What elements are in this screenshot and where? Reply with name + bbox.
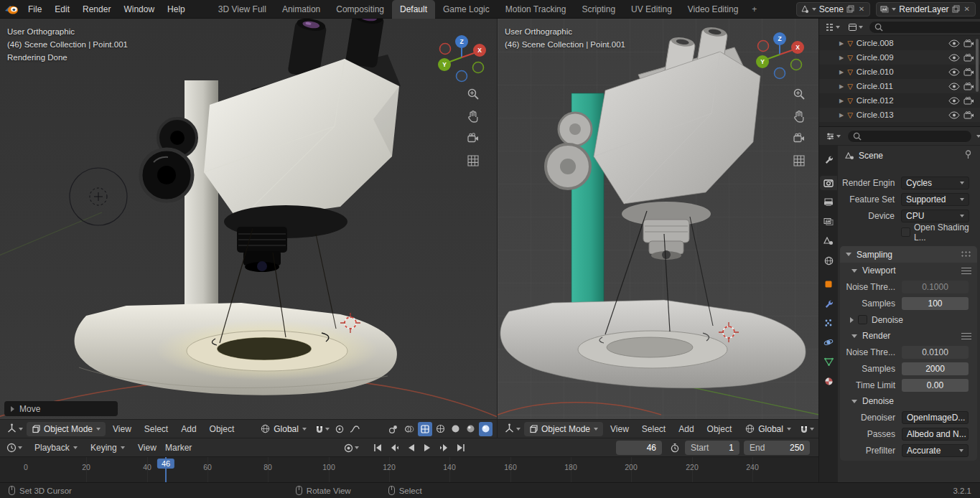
- transform-orientation-dropdown[interactable]: Global: [740, 422, 796, 436]
- particle-properties-tab[interactable]: [820, 316, 837, 330]
- modifier-properties-tab[interactable]: [820, 296, 837, 311]
- pan-hand-icon[interactable]: [467, 110, 480, 123]
- end-frame-field[interactable]: End250: [744, 441, 810, 455]
- menu-help[interactable]: Help: [161, 0, 192, 19]
- outliner-scrollbar[interactable]: [976, 39, 979, 92]
- blender-logo-icon[interactable]: [4, 3, 19, 16]
- jump-prev-keyframe-button[interactable]: [388, 441, 402, 455]
- timeline-editor-type-button[interactable]: [4, 441, 24, 455]
- preset-menu-icon[interactable]: [961, 333, 971, 339]
- filter-options-chevron[interactable]: [976, 135, 980, 138]
- zoom-icon[interactable]: [467, 88, 480, 100]
- editor-type-button[interactable]: [502, 422, 523, 436]
- viewport-3d-rendered[interactable]: User Orthographic (46) Scene Collection …: [0, 19, 497, 438]
- outliner-display-mode-button[interactable]: [846, 20, 865, 34]
- viewport-subpanel-header[interactable]: Viewport: [840, 263, 977, 278]
- add-workspace-button[interactable]: +: [746, 0, 762, 19]
- viewport-denoise-row[interactable]: Denoise: [840, 311, 977, 328]
- viewport-menu-add[interactable]: Add: [673, 424, 699, 434]
- tool-tab[interactable]: [820, 152, 837, 166]
- viewport-menu-object[interactable]: Object: [701, 424, 738, 434]
- physics-properties-tab[interactable]: [820, 335, 837, 349]
- gizmo-z[interactable]: Z: [778, 35, 781, 42]
- viewport-3d-solid[interactable]: User Orthographic (46) Scene Collection …: [497, 19, 818, 438]
- view-layer-properties-tab[interactable]: [820, 215, 837, 229]
- hide-eye-icon[interactable]: [948, 54, 960, 62]
- disable-render-camera-icon[interactable]: [963, 83, 974, 90]
- outliner-row-circle-009[interactable]: ▶▽ Circle.009: [819, 50, 980, 65]
- shading-wireframe-icon[interactable]: [434, 422, 447, 436]
- workspace-tab-uv-editing[interactable]: UV Editing: [623, 0, 680, 19]
- timeline-marker-menu[interactable]: Marker: [165, 441, 192, 455]
- prefilter-dropdown[interactable]: Accurate: [902, 444, 969, 457]
- object-properties-tab[interactable]: [820, 277, 837, 291]
- breadcrumb-scene[interactable]: Scene: [859, 151, 883, 161]
- pan-hand-icon[interactable]: [793, 110, 806, 123]
- shading-material-icon[interactable]: [464, 422, 477, 436]
- shading-solid-icon[interactable]: [449, 422, 462, 436]
- render-noise-threshold-field[interactable]: 0.0100: [902, 346, 969, 359]
- denoiser-dropdown[interactable]: OpenImageD...: [902, 411, 969, 424]
- expand-icon[interactable]: ▶: [839, 98, 844, 104]
- current-frame-field[interactable]: 46: [616, 441, 662, 455]
- transform-orientation-dropdown[interactable]: Global: [256, 422, 312, 436]
- menu-file[interactable]: File: [22, 0, 48, 19]
- properties-search-input[interactable]: [864, 132, 966, 141]
- render-engine-dropdown[interactable]: Cycles: [901, 177, 969, 189]
- viewport-menu-add[interactable]: Add: [175, 424, 202, 434]
- operator-panel[interactable]: Move: [4, 401, 118, 416]
- workspace-tab-scripting[interactable]: Scripting: [574, 0, 623, 19]
- viewport-menu-select[interactable]: Select: [139, 424, 174, 434]
- viewport-menu-view[interactable]: View: [605, 424, 635, 434]
- panel-grip-icon[interactable]: [961, 250, 971, 258]
- navigation-gizmo[interactable]: Z Y X: [753, 30, 805, 82]
- viewport-menu-view[interactable]: View: [107, 424, 137, 434]
- gizmo-y[interactable]: Y: [442, 61, 447, 68]
- gizmo-x[interactable]: X: [477, 47, 482, 54]
- outliner-row-circle-010[interactable]: ▶▽ Circle.010: [819, 65, 980, 79]
- play-reverse-button[interactable]: [405, 441, 418, 455]
- outliner-search[interactable]: [869, 21, 980, 34]
- point-light-gizmo[interactable]: [70, 168, 127, 225]
- world-properties-tab[interactable]: [820, 253, 837, 268]
- xray-toggle[interactable]: [418, 422, 432, 436]
- passes-dropdown[interactable]: Albedo and N...: [902, 428, 969, 441]
- new-layer-icon[interactable]: [952, 5, 960, 13]
- feature-set-dropdown[interactable]: Supported: [901, 193, 969, 206]
- toggle-grid-icon[interactable]: [467, 154, 480, 167]
- camera-view-icon[interactable]: [467, 132, 480, 145]
- material-properties-tab[interactable]: [820, 374, 837, 388]
- new-scene-icon[interactable]: [846, 5, 854, 13]
- playhead-frame-badge[interactable]: 46: [157, 459, 174, 469]
- falloff-curve-icon[interactable]: [347, 422, 362, 436]
- show-gizmo-toggle[interactable]: [386, 422, 401, 436]
- scene-selector[interactable]: Scene ✕: [796, 2, 870, 17]
- unlink-scene-icon[interactable]: ✕: [857, 5, 866, 13]
- menu-edit[interactable]: Edit: [48, 0, 76, 19]
- outliner-editor-type-button[interactable]: [823, 20, 842, 34]
- zoom-icon[interactable]: [793, 88, 806, 100]
- outliner-row-circle-011[interactable]: ▶▽ Circle.011: [819, 79, 980, 93]
- render-samples-field[interactable]: 2000: [902, 362, 969, 375]
- workspace-tab-3d-view-full[interactable]: 3D View Full: [210, 0, 274, 19]
- properties-editor-type-button[interactable]: [823, 129, 843, 144]
- osl-checkbox[interactable]: [901, 227, 910, 237]
- menu-window[interactable]: Window: [117, 0, 161, 19]
- disable-render-camera-icon[interactable]: [963, 54, 974, 62]
- outliner-row-circle-008[interactable]: ▶▽ Circle.008: [819, 36, 980, 50]
- jump-to-start-button[interactable]: [370, 441, 385, 455]
- gizmo-z[interactable]: Z: [459, 38, 463, 45]
- start-frame-field[interactable]: Start1: [685, 441, 739, 455]
- play-button[interactable]: [421, 441, 434, 455]
- object-data-properties-tab[interactable]: [820, 354, 837, 369]
- outliner-row-circle-012[interactable]: ▶▽ Circle.012: [819, 93, 980, 108]
- scene-properties-tab[interactable]: [820, 234, 837, 248]
- navigation-gizmo[interactable]: Z Y X: [435, 33, 487, 85]
- auto-keying-record-button[interactable]: [342, 441, 361, 455]
- device-dropdown[interactable]: CPU: [901, 210, 969, 222]
- workspace-tab-video-editing[interactable]: Video Editing: [680, 0, 747, 19]
- sampling-panel-header[interactable]: Sampling: [840, 246, 977, 263]
- disable-render-camera-icon[interactable]: [963, 39, 974, 47]
- viewport-denoise-checkbox[interactable]: [858, 315, 867, 324]
- output-properties-tab[interactable]: [820, 195, 837, 210]
